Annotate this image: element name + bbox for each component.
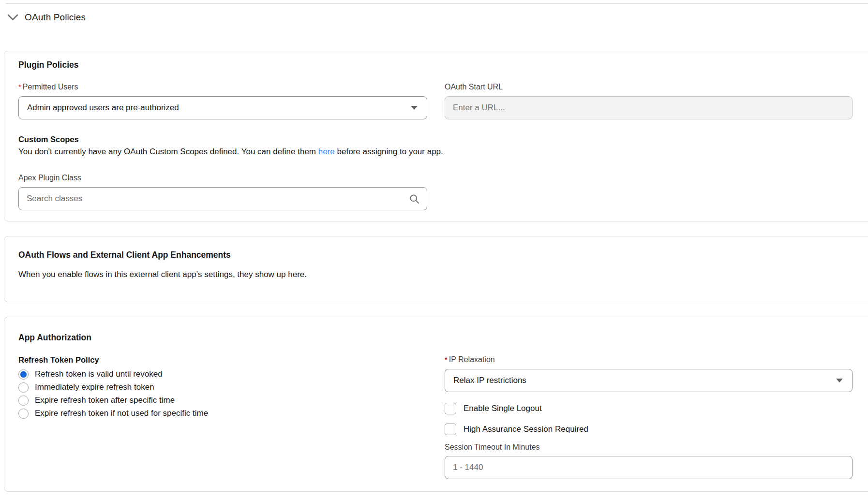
radio-expire-refresh-token-if-not-used[interactable]: Expire refresh token if not used for spe… <box>18 408 427 419</box>
plugin-policies-card: Plugin Policies *Permitted Users Admin a… <box>4 51 868 221</box>
refresh-token-policy-label: Refresh Token Policy <box>18 355 427 365</box>
radio-refresh-token-valid-until-revoked[interactable]: Refresh token is valid until revoked <box>18 369 427 380</box>
permitted-users-label: *Permitted Users <box>18 82 427 92</box>
dropdown-caret-icon <box>411 106 418 110</box>
required-asterisk: * <box>18 83 21 91</box>
high-assurance-session-checkbox[interactable] <box>445 424 456 435</box>
oauth-start-url-label: OAuth Start URL <box>445 82 853 92</box>
custom-scopes-text: You don't currently have any OAuth Custo… <box>18 146 868 157</box>
top-divider <box>6 3 868 4</box>
oauth-policies-section-header[interactable]: OAuth Policies <box>7 12 86 23</box>
enable-single-logout-checkbox[interactable] <box>445 403 456 414</box>
app-authorization-right-column: *IP Relaxation Relax IP restrictions Ena… <box>445 355 853 479</box>
custom-scopes-block: Custom Scopes You don't currently have a… <box>18 134 868 157</box>
enable-single-logout-checkbox-row[interactable]: Enable Single Logout <box>445 403 853 414</box>
radio-immediately-expire-refresh-token[interactable]: Immediately expire refresh token <box>18 382 427 393</box>
apex-plugin-class-search-input[interactable] <box>18 187 427 210</box>
chevron-down-icon[interactable] <box>7 14 18 21</box>
oauth-policies-page: OAuth Policies Plugin Policies *Permitte… <box>0 0 868 498</box>
radio-input[interactable] <box>18 369 29 380</box>
refresh-token-policy-radio-list: Refresh token is valid until revoked Imm… <box>18 369 427 419</box>
ip-relaxation-combobox[interactable]: Relax IP restrictions <box>445 369 853 392</box>
custom-scopes-here-link[interactable]: here <box>318 147 335 156</box>
ip-relaxation-label: *IP Relaxation <box>445 355 853 365</box>
apex-plugin-class-field: Apex Plugin Class <box>18 173 868 210</box>
oauth-flows-title: OAuth Flows and External Client App Enha… <box>18 249 868 260</box>
custom-scopes-title: Custom Scopes <box>18 134 868 144</box>
permitted-users-field: *Permitted Users Admin approved users ar… <box>18 82 427 119</box>
permitted-users-combobox[interactable]: Admin approved users are pre-authorized <box>18 96 427 119</box>
oauth-start-url-field: OAuth Start URL <box>445 82 853 119</box>
radio-input[interactable] <box>18 409 29 419</box>
oauth-flows-description: When you enable flows in this external c… <box>18 269 868 280</box>
radio-input[interactable] <box>18 382 29 393</box>
session-timeout-label: Session Timeout In Minutes <box>445 442 853 452</box>
dropdown-caret-icon <box>836 379 843 382</box>
radio-expire-refresh-token-after-specific-time[interactable]: Expire refresh token after specific time <box>18 395 427 406</box>
apex-plugin-class-label: Apex Plugin Class <box>18 173 868 183</box>
section-title: OAuth Policies <box>25 12 86 23</box>
ip-relaxation-value: Relax IP restrictions <box>453 376 526 385</box>
radio-input[interactable] <box>18 395 29 406</box>
oauth-start-url-input[interactable] <box>445 96 853 119</box>
required-asterisk: * <box>445 355 448 364</box>
app-authorization-title: App Authorization <box>18 332 868 343</box>
app-authorization-card: App Authorization Refresh Token Policy R… <box>4 317 868 492</box>
permitted-users-value: Admin approved users are pre-authorized <box>27 103 179 113</box>
oauth-flows-card: OAuth Flows and External Client App Enha… <box>4 236 868 302</box>
refresh-token-policy-group: Refresh Token Policy Refresh token is va… <box>18 355 427 479</box>
session-timeout-input[interactable] <box>445 456 853 479</box>
high-assurance-session-checkbox-row[interactable]: High Assurance Session Required <box>445 424 853 435</box>
plugin-policies-title: Plugin Policies <box>18 59 868 70</box>
